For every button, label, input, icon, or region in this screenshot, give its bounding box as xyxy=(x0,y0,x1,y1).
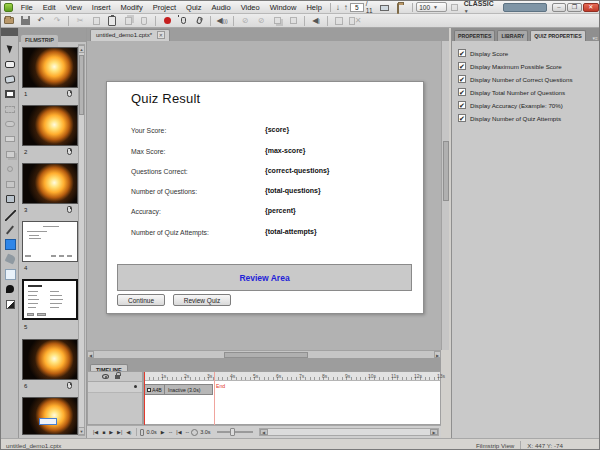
group-icon[interactable] xyxy=(271,15,284,26)
filmstrip-slide-1[interactable] xyxy=(22,47,78,88)
quiz-attempts-value[interactable]: {total-attempts} xyxy=(265,228,317,235)
filmstrip-slide-5-selected[interactable] xyxy=(22,279,78,320)
end-marker-line[interactable] xyxy=(214,372,215,426)
zoom-select[interactable]: 100▼ xyxy=(416,2,447,12)
checkbox-checked[interactable]: ✔ xyxy=(458,101,466,109)
cut-icon[interactable]: ✂ xyxy=(74,15,87,26)
menu-modify[interactable]: Modify xyxy=(116,3,148,12)
stroke-color-swatch[interactable] xyxy=(4,238,16,250)
slide-title-text[interactable]: Quiz Result xyxy=(131,91,200,106)
questions-correct-label[interactable]: Questions Correct: xyxy=(131,168,188,175)
link-icon[interactable]: ⊘ xyxy=(239,15,252,26)
speaker-icon[interactable]: ◀| xyxy=(310,15,323,26)
display-max-score-option[interactable]: ✔ Display Maximum Possible Score xyxy=(458,62,562,70)
lock-column-icon[interactable] xyxy=(115,375,120,379)
ungroup-icon[interactable] xyxy=(287,15,300,26)
review-area[interactable]: Review Area xyxy=(117,264,412,291)
filmstrip-tab[interactable]: FILMSTRIP xyxy=(21,35,58,47)
filmstrip-slide-3[interactable] xyxy=(22,163,78,204)
search-input[interactable] xyxy=(503,3,547,12)
menu-view[interactable]: View xyxy=(61,3,87,12)
menu-quiz[interactable]: Quiz xyxy=(181,3,206,12)
display-total-questions-option[interactable]: ✔ Display Total Number of Questions xyxy=(458,88,565,96)
fill-color-swatch[interactable] xyxy=(4,268,16,280)
next-slide-icon[interactable]: ↑ xyxy=(342,3,350,12)
open-icon[interactable] xyxy=(3,15,16,26)
scroll-left-icon[interactable]: ◀ xyxy=(87,351,94,358)
go-to-start-icon[interactable]: |◀ xyxy=(93,429,98,435)
mute-icon[interactable]: ◀) xyxy=(126,429,131,435)
tab-library[interactable]: LIBRARY xyxy=(497,30,528,41)
menu-edit[interactable]: Edit xyxy=(38,3,61,12)
publish-icon[interactable] xyxy=(396,3,407,12)
filmstrip-slide-2[interactable] xyxy=(22,105,78,146)
questions-correct-value[interactable]: {correct-questions} xyxy=(265,167,330,174)
timeline-layer-row[interactable] xyxy=(88,382,142,393)
slider-knob[interactable] xyxy=(230,428,235,436)
menu-insert[interactable]: Insert xyxy=(87,3,116,12)
audio-icon[interactable]: ◀))) xyxy=(216,15,229,26)
record-icon[interactable] xyxy=(161,15,174,26)
slide-number-input[interactable] xyxy=(350,3,364,12)
checkbox-checked[interactable]: ✔ xyxy=(458,62,466,70)
review-quiz-button[interactable]: Review Quiz xyxy=(173,294,231,306)
paste-icon[interactable] xyxy=(106,15,119,26)
restore-button[interactable]: ❐ xyxy=(567,3,581,12)
menu-file[interactable]: File xyxy=(16,3,38,12)
checkbox-checked[interactable]: ✔ xyxy=(458,75,466,83)
score-label[interactable]: Your Score: xyxy=(131,127,166,134)
rollover-caption-tool-icon[interactable] xyxy=(4,73,16,85)
undo-icon[interactable]: ↶ xyxy=(35,15,48,26)
stop-icon[interactable]: ■ xyxy=(102,429,105,435)
snap-toggle-icon[interactable] xyxy=(450,3,461,12)
layer-visible-dot[interactable] xyxy=(134,385,137,388)
continue-button[interactable]: Continue xyxy=(117,294,165,306)
redo-icon[interactable]: ↷ xyxy=(51,15,64,26)
checkbox-checked[interactable]: ✔ xyxy=(458,114,466,122)
filmstrip-slide-7[interactable] xyxy=(22,397,78,435)
close-tab-icon[interactable]: ✕ xyxy=(157,31,165,39)
delete-icon[interactable] xyxy=(138,15,151,26)
stamp-tool-icon[interactable] xyxy=(4,193,16,205)
click-box-tool-icon[interactable] xyxy=(4,103,16,115)
tab-properties[interactable]: PROPERTIES xyxy=(454,30,495,41)
menu-window[interactable]: Window xyxy=(265,3,302,12)
timeline-ruler[interactable]: 1s 2s 3s 4s 5s 6s 7s 8s 9s 10s 11s 12s 1… xyxy=(144,372,440,381)
duplicate-icon[interactable] xyxy=(122,15,135,26)
minimize-button[interactable]: – xyxy=(552,3,566,12)
max-score-label[interactable]: Max Score: xyxy=(131,148,165,155)
copy-icon[interactable] xyxy=(90,15,103,26)
paint-bucket-tool-icon[interactable] xyxy=(4,253,16,265)
timeline-track-area[interactable]: 1s 2s 3s 4s 5s 6s 7s 8s 9s 10s 11s 12s 1… xyxy=(143,371,441,425)
rollover-image-tool-icon[interactable] xyxy=(4,178,16,190)
line-tool-icon[interactable] xyxy=(4,209,16,221)
playhead[interactable] xyxy=(144,372,145,426)
checkbox-checked[interactable]: ✔ xyxy=(458,49,466,57)
stage[interactable]: Quiz Result Your Score: {score} Max Scor… xyxy=(87,41,441,350)
scroll-right-icon[interactable]: ▶ xyxy=(434,351,441,358)
filmstrip-slide-4[interactable] xyxy=(22,221,78,262)
scrollbar-thumb[interactable] xyxy=(443,141,449,201)
unlink-icon[interactable]: ⊘ xyxy=(255,15,268,26)
selection-tool-icon[interactable] xyxy=(4,42,16,54)
text-entry-box-tool-icon[interactable] xyxy=(4,133,16,145)
stage-horizontal-scrollbar[interactable]: ◀ ▶ xyxy=(87,350,441,358)
scroll-up-icon[interactable]: ▲ xyxy=(78,45,85,53)
timeline-zoom-slider[interactable] xyxy=(217,431,253,433)
grid-toggle-icon[interactable] xyxy=(333,15,346,26)
preview-icon[interactable] xyxy=(379,3,390,12)
mouse-edit-icon[interactable] xyxy=(193,15,206,26)
close-button[interactable]: ✕ xyxy=(583,3,599,12)
slide-object-bar[interactable]: A4B Inactive (3.0s) xyxy=(144,384,213,395)
quiz-result-slide[interactable]: Quiz Result Your Score: {score} Max Scor… xyxy=(106,81,424,314)
play-icon[interactable]: ▶ xyxy=(109,429,113,435)
number-of-questions-value[interactable]: {total-questions} xyxy=(265,187,321,194)
rollover-slidelet-tool-icon[interactable] xyxy=(4,148,16,160)
go-to-end-icon[interactable]: ▶| xyxy=(117,429,122,435)
scroll-left-icon[interactable]: ◀ xyxy=(260,429,268,435)
number-of-questions-label[interactable]: Number of Questions: xyxy=(131,188,197,195)
checkbox-checked[interactable]: ✔ xyxy=(458,88,466,96)
scroll-down-icon[interactable]: ▼ xyxy=(78,427,85,435)
display-score-option[interactable]: ✔ Display Score xyxy=(458,49,508,57)
mouse-capture-icon[interactable] xyxy=(177,15,190,26)
